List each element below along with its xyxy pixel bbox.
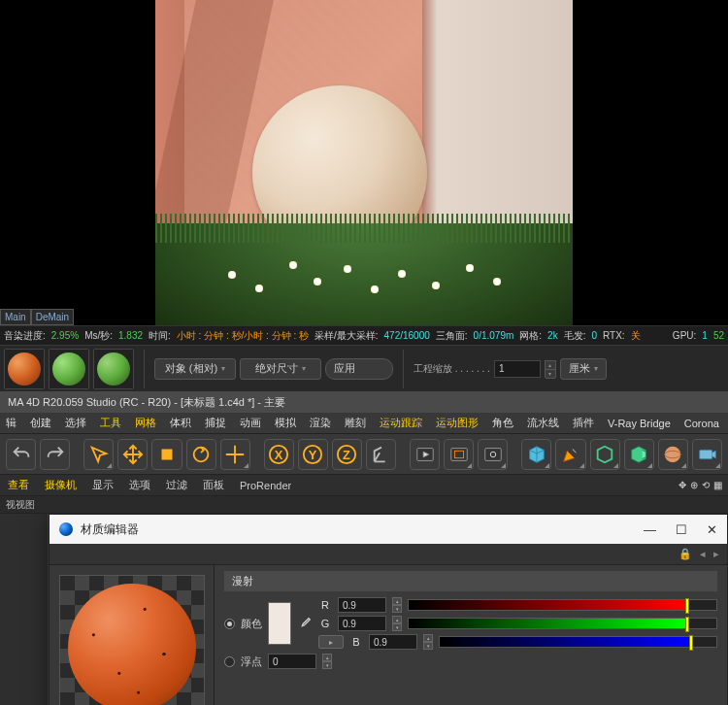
nav-rotate-icon[interactable]: ⟲ <box>702 480 710 490</box>
g-stepper[interactable]: ▴▾ <box>392 616 402 631</box>
menu-tools[interactable]: 工具 <box>100 416 121 430</box>
material-thumb-2[interactable] <box>49 349 89 389</box>
float-stepper[interactable]: ▴▾ <box>322 654 332 669</box>
camera-button[interactable] <box>692 439 722 470</box>
material-preview[interactable] <box>59 575 205 705</box>
tab-display[interactable]: 显示 <box>92 478 114 492</box>
window-title: MA 4D R20.059 Studio (RC - R20) - [未标题 1… <box>8 395 285 410</box>
unit-dropdown[interactable]: 厘米▾ <box>560 358 607 380</box>
status-render-value: 2.95% <box>51 330 79 341</box>
generator-button[interactable] <box>590 439 620 470</box>
b-slider[interactable] <box>439 636 717 648</box>
chevron-down-icon: ▾ <box>594 364 598 373</box>
apply-button[interactable]: 应用 <box>325 358 393 380</box>
nav-layout-icon[interactable]: ▦ <box>713 480 722 490</box>
nav-zoom-icon[interactable]: ⊕ <box>690 480 698 490</box>
buffer-tab-demain[interactable]: DeMain <box>31 309 74 325</box>
r-input[interactable] <box>338 597 386 613</box>
r-stepper[interactable]: ▴▾ <box>392 597 402 613</box>
select-tool[interactable] <box>83 439 114 470</box>
menu-corona[interactable]: Corona <box>684 418 719 429</box>
menu-mesh[interactable]: 网格 <box>135 416 156 430</box>
buffer-tab-main[interactable]: Main <box>0 309 31 325</box>
menu-track[interactable]: 运动跟踪 <box>380 416 422 430</box>
environment-button[interactable] <box>658 439 688 470</box>
close-icon[interactable]: ✕ <box>707 522 717 537</box>
render-settings-button[interactable] <box>478 439 508 470</box>
status-render-label: 音染进度: <box>4 329 46 343</box>
scale-input[interactable] <box>494 360 541 378</box>
coord-system-button[interactable] <box>366 439 396 470</box>
menu-render[interactable]: 渲染 <box>310 416 331 430</box>
tab-filter[interactable]: 过滤 <box>166 478 187 492</box>
g-input[interactable] <box>338 616 386 631</box>
color-swatch[interactable] <box>268 602 291 645</box>
material-editor-titlebar[interactable]: 材质编辑器 — ☐ ✕ <box>50 515 727 544</box>
float-input[interactable] <box>268 654 316 669</box>
menu-snap[interactable]: 捕捉 <box>205 416 226 430</box>
expand-button[interactable]: ▸ <box>318 635 344 649</box>
menu-edit[interactable]: 辑 <box>6 416 17 430</box>
g-slider[interactable] <box>408 618 717 629</box>
menu-volume[interactable]: 体积 <box>170 416 191 430</box>
menu-select[interactable]: 选择 <box>65 416 86 430</box>
status-rtx-label: RTX: <box>603 330 625 341</box>
menu-anim[interactable]: 动画 <box>240 416 261 430</box>
redo-button[interactable] <box>40 439 70 470</box>
tab-view[interactable]: 查看 <box>8 478 29 492</box>
nav-move-icon[interactable]: ✥ <box>678 480 686 490</box>
material-thumb-3[interactable] <box>93 349 134 389</box>
undo-button[interactable] <box>6 439 36 470</box>
object-mode-dropdown[interactable]: 对象 (相对)▾ <box>154 358 236 380</box>
menu-vray[interactable]: V-Ray Bridge <box>608 418 671 429</box>
scale-tool[interactable] <box>151 439 182 470</box>
b-stepper[interactable]: ▴▾ <box>423 634 433 650</box>
spline-pen-button[interactable] <box>555 439 585 470</box>
material-editor-window: 材质编辑器 — ☐ ✕ 🔒 ◂ ▸ 漫射 颜色 <box>49 514 728 705</box>
chevron-right-icon[interactable]: ▸ <box>713 548 719 560</box>
chevron-left-icon[interactable]: ◂ <box>700 548 706 560</box>
render-view-button[interactable] <box>410 439 440 470</box>
viewport-tabs: 查看 摄像机 显示 选项 过滤 面板 ProRender ✥ ⊕ ⟲ ▦ <box>0 475 728 496</box>
menu-create[interactable]: 创建 <box>30 416 51 430</box>
status-gpu-label: GPU: <box>673 330 696 341</box>
maximize-icon[interactable]: ☐ <box>676 522 687 537</box>
r-slider[interactable] <box>408 599 717 611</box>
scale-stepper[interactable]: ▴▾ <box>545 360 556 378</box>
minimize-icon[interactable]: — <box>644 522 656 537</box>
last-tool[interactable] <box>220 439 250 470</box>
menu-sim[interactable]: 模拟 <box>275 416 296 430</box>
render-status-bar: 音染进度: 2.95% Ms/秒: 1.832 时间: 小时 : 分钟 : 秒/… <box>0 325 728 345</box>
render-region-button[interactable] <box>444 439 474 470</box>
tab-options[interactable]: 选项 <box>129 478 150 492</box>
status-gpu-id: 1 <box>702 330 708 341</box>
menu-char[interactable]: 角色 <box>492 416 513 430</box>
status-time-value: 小时 : 分钟 : 秒/小时 : 分钟 : 秒 <box>177 329 309 343</box>
tab-prorender[interactable]: ProRender <box>240 480 291 491</box>
size-mode-dropdown[interactable]: 绝对尺寸▾ <box>240 358 321 380</box>
svg-rect-12 <box>485 448 502 460</box>
y-axis-button[interactable]: Y <box>298 439 328 470</box>
menu-pipeline[interactable]: 流水线 <box>527 416 559 430</box>
menu-sculpt[interactable]: 雕刻 <box>345 416 366 430</box>
float-radio[interactable] <box>224 656 235 667</box>
eyedropper-icon[interactable] <box>297 616 313 631</box>
x-axis-button[interactable]: X <box>264 439 294 470</box>
color-radio[interactable] <box>224 619 235 629</box>
cube-primitive-button[interactable] <box>521 439 551 470</box>
tab-camera[interactable]: 摄像机 <box>45 478 77 492</box>
b-input[interactable] <box>369 634 417 650</box>
z-axis-button[interactable]: Z <box>332 439 362 470</box>
g-label: G <box>318 618 332 629</box>
rotate-tool[interactable] <box>186 439 216 470</box>
menu-mograph[interactable]: 运动图形 <box>436 416 479 430</box>
menu-plugin[interactable]: 插件 <box>573 416 594 430</box>
render-viewport[interactable]: Main DeMain <box>0 0 728 325</box>
status-sample-label: 采样/最大采样: <box>314 329 379 343</box>
move-tool[interactable] <box>117 439 148 470</box>
material-thumb-1[interactable] <box>4 349 45 389</box>
tab-panel[interactable]: 面板 <box>203 478 224 492</box>
deformer-button[interactable] <box>624 439 654 470</box>
lock-icon[interactable]: 🔒 <box>678 548 692 560</box>
status-hair-label: 毛发: <box>564 329 586 343</box>
